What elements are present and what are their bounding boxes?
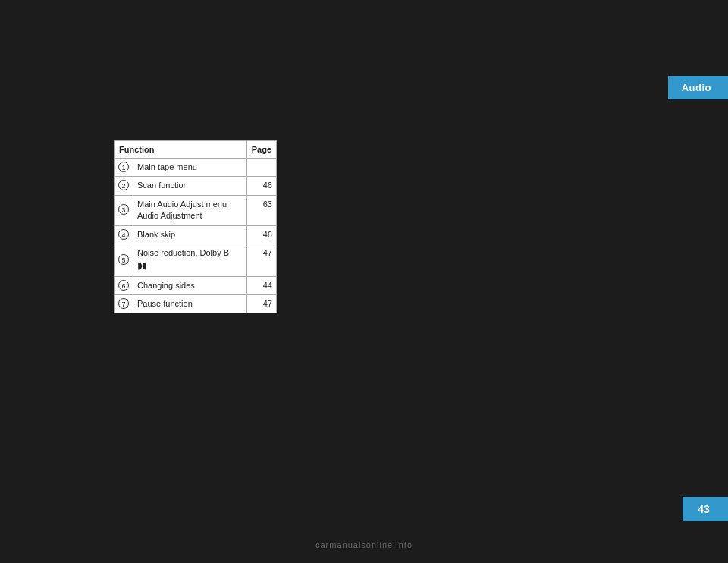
table-row: 6Changing sides44 <box>115 276 277 294</box>
function-cell: Blank skip <box>133 225 247 244</box>
function-cell: Changing sides <box>133 276 247 294</box>
page-background <box>0 0 728 563</box>
row-number-cell: 4 <box>115 225 133 244</box>
page-number: 43 <box>698 503 710 515</box>
circle-number: 1 <box>118 162 129 172</box>
watermark: carmanualsonline.info <box>315 540 413 549</box>
table-row: 5Noise reduction, Dolby B◗◖47 <box>115 244 277 276</box>
page-cell: 44 <box>246 276 276 294</box>
row-number-cell: 5 <box>115 244 133 276</box>
function-header: Function <box>115 141 247 159</box>
row-number-cell: 1 <box>115 159 133 177</box>
table-row: 4Blank skip46 <box>115 225 277 244</box>
page-header: Page <box>246 141 276 159</box>
page-cell: 47 <box>246 294 276 313</box>
function-cell: Pause function <box>133 294 247 313</box>
audio-tab-label: Audio <box>682 82 711 93</box>
row-number-cell: 2 <box>115 177 133 195</box>
table-row: 7Pause function47 <box>115 294 277 313</box>
table-row: 2Scan function46 <box>115 177 277 195</box>
row-number-cell: 6 <box>115 276 133 294</box>
audio-tab: Audio <box>668 76 728 99</box>
page-cell: 63 <box>246 195 276 225</box>
function-cell: Main tape menu <box>133 159 247 177</box>
function-table: Function Page 1Main tape menu2Scan funct… <box>114 140 277 313</box>
function-table-container: Function Page 1Main tape menu2Scan funct… <box>114 140 277 313</box>
circle-number: 2 <box>118 180 129 190</box>
page-cell: 46 <box>246 225 276 244</box>
circle-number: 5 <box>118 254 129 265</box>
function-cell: Main Audio Adjust menuAudio Adjustment <box>133 195 247 225</box>
page-cell: 47 <box>246 244 276 276</box>
function-cell: Noise reduction, Dolby B◗◖ <box>133 244 247 276</box>
dolby-icon: ◗◖ <box>137 259 146 272</box>
circle-number: 6 <box>118 280 129 291</box>
row-number-cell: 3 <box>115 195 133 225</box>
table-row: 3Main Audio Adjust menuAudio Adjustment6… <box>115 195 277 225</box>
function-cell: Scan function <box>133 177 247 195</box>
table-row: 1Main tape menu <box>115 159 277 177</box>
page-cell: 46 <box>246 177 276 195</box>
circle-number: 3 <box>118 204 129 215</box>
circle-number: 7 <box>118 298 129 309</box>
circle-number: 4 <box>118 229 129 240</box>
page-cell <box>246 159 276 177</box>
row-number-cell: 7 <box>115 294 133 313</box>
watermark-text: carmanualsonline.info <box>315 540 413 549</box>
page-number-badge: 43 <box>682 497 728 521</box>
